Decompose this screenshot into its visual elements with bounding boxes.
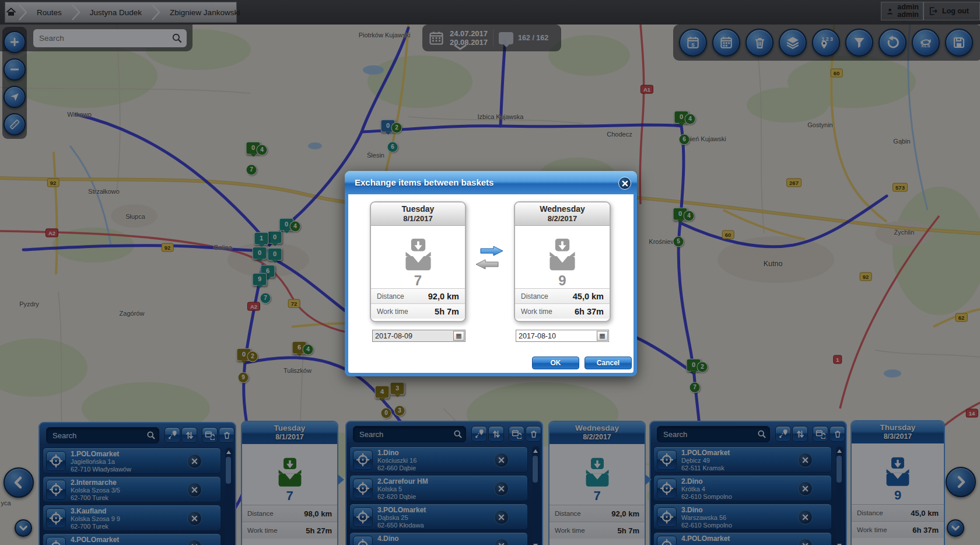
work-time-label: Work time (377, 308, 408, 316)
source-date-field: ▦ (372, 330, 466, 342)
dialog-title: Exchange items between baskets (345, 171, 637, 194)
basket-card-target: Wednesday 8/2/2017 9 Distance45,0 km Wor… (514, 201, 611, 322)
calendar-picker-icon[interactable]: ▦ (597, 331, 608, 341)
basket-card-header: Wednesday 8/2/2017 (515, 202, 610, 226)
day-name: Wednesday (515, 204, 610, 214)
basket-icon (371, 226, 465, 272)
distance-value: 92,0 km (428, 292, 459, 301)
move-right-arrow-icon[interactable] (480, 246, 503, 256)
day-date: 8/2/2017 (515, 214, 610, 223)
work-time-label: Work time (521, 308, 552, 316)
basket-card-source: Tuesday 8/1/2017 7 Distance92,0 km Work … (370, 201, 466, 322)
move-left-arrow-icon[interactable] (475, 259, 499, 270)
close-button[interactable] (618, 177, 631, 190)
basket-count: 9 (515, 272, 610, 288)
target-date-input[interactable] (516, 332, 597, 340)
app-window: Piotrków KujawskiIzbica KujawskaChodeczL… (0, 0, 980, 545)
distance-label: Distance (377, 292, 404, 301)
ok-button[interactable]: OK (532, 357, 579, 369)
day-name: Tuesday (371, 204, 465, 214)
basket-count: 7 (371, 272, 465, 288)
cancel-button[interactable]: Cancel (584, 357, 632, 369)
work-time-value: 6h 37m (575, 307, 604, 316)
distance-label: Distance (521, 292, 548, 301)
work-time-value: 5h 7m (435, 307, 459, 316)
target-date-field: ▦ (516, 330, 609, 342)
exchange-baskets-dialog: Exchange items between baskets Tuesday 8… (345, 171, 637, 376)
basket-card-header: Tuesday 8/1/2017 (371, 202, 465, 226)
distance-value: 45,0 km (573, 292, 604, 301)
close-icon (622, 180, 628, 187)
source-date-input[interactable] (373, 332, 453, 340)
day-date: 8/1/2017 (371, 214, 465, 223)
basket-icon (515, 226, 610, 272)
calendar-picker-icon[interactable]: ▦ (453, 331, 464, 341)
